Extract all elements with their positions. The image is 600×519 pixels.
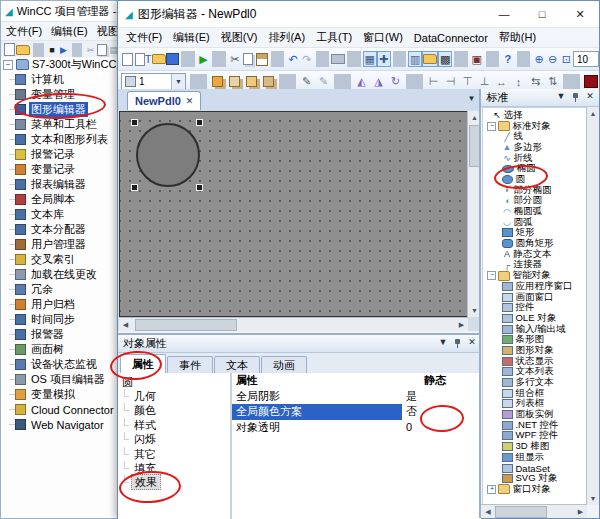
center-vertical-button[interactable]: ↕: [510, 74, 527, 90]
pm-tree-item[interactable]: 变量管理: [1, 87, 119, 102]
properties-tree-item[interactable]: 几何: [118, 389, 230, 403]
palette-item[interactable]: 椭圆: [483, 163, 586, 174]
pm-tree-item[interactable]: 菜单和工具栏: [1, 117, 119, 132]
pane-menu-icon[interactable]: ▼: [555, 91, 567, 103]
gfx-toolbar-button[interactable]: [316, 51, 330, 67]
pm-tree-item[interactable]: 文本分配器: [1, 222, 119, 237]
print-button[interactable]: [331, 51, 345, 67]
pm-tree-item[interactable]: 设备状态监视: [1, 357, 119, 372]
new-from-template-button[interactable]: T: [135, 51, 152, 67]
new-picture-button[interactable]: [121, 51, 135, 67]
to-front-button[interactable]: [209, 74, 226, 90]
activate-runtime-button[interactable]: ▶: [58, 43, 69, 57]
canvas-horizontal-scrollbar[interactable]: ◀ ▶: [119, 317, 468, 331]
selection-handle-bottom-right[interactable]: [196, 184, 203, 191]
gfx-toolbar-button[interactable]: [347, 51, 361, 67]
save-button[interactable]: [166, 51, 180, 67]
properties-tree-item[interactable]: 样式: [118, 418, 230, 432]
drawing-canvas[interactable]: [119, 111, 468, 317]
pm-tree-item[interactable]: 文本库: [1, 207, 119, 222]
properties-tree-item[interactable]: 其它: [118, 447, 230, 461]
property-row[interactable]: 全局颜色方案 否: [232, 404, 481, 420]
center-horizontal-button[interactable]: ↔: [493, 74, 510, 90]
pm-tree-item[interactable]: 文本和图形列表: [1, 132, 119, 147]
paste-button[interactable]: [255, 51, 269, 67]
gfx-menu-item[interactable]: 排列(A): [268, 30, 305, 45]
pm-tree-item[interactable]: 全局脚本: [1, 192, 119, 207]
gfx-toolbar-button[interactable]: [279, 74, 296, 90]
cut-button[interactable]: ✂: [228, 51, 242, 67]
zoom-in-button[interactable]: ⊕: [532, 51, 546, 67]
pm-tree-item[interactable]: 变量记录: [1, 162, 119, 177]
pin-icon[interactable]: [571, 92, 580, 103]
gfx-toolbar-button[interactable]: [517, 51, 531, 67]
palette-item[interactable]: ▲ 多边形: [483, 142, 586, 153]
gfx-toolbar-button[interactable]: [406, 74, 423, 90]
pm-toolbar-button[interactable]: [72, 43, 83, 57]
flip-horizontal-button[interactable]: ◭: [353, 74, 370, 90]
open-button[interactable]: [152, 51, 166, 67]
copy-button[interactable]: [242, 51, 256, 67]
pm-tree-item[interactable]: 图形编辑器: [1, 102, 119, 117]
property-value[interactable]: 是: [402, 389, 481, 405]
pm-tree-item[interactable]: 交叉索引: [1, 252, 119, 267]
properties-tree-root[interactable]: 圆: [118, 375, 230, 389]
fill-color-button[interactable]: [582, 74, 599, 90]
zoom-window-button[interactable]: ⊡: [559, 51, 573, 67]
palette-item[interactable]: 组显示: [483, 452, 586, 463]
bring-forward-button[interactable]: [243, 74, 260, 90]
scroll-right-icon[interactable]: ▶: [574, 505, 587, 518]
grid-toggle-button[interactable]: ▦: [363, 51, 377, 67]
pane-close-icon[interactable]: ✕: [466, 337, 478, 349]
property-value[interactable]: 0: [402, 420, 481, 436]
pane-close-icon[interactable]: ✕: [584, 91, 596, 103]
document-tab-newpdl0[interactable]: NewPdl0 ✕: [127, 91, 201, 110]
pm-tree-item[interactable]: 计算机: [1, 72, 119, 87]
pm-tree-item[interactable]: OS 项目编辑器: [1, 372, 119, 387]
palette-item[interactable]: 画面窗口: [483, 292, 586, 303]
scrollbar-thumb[interactable]: [495, 506, 547, 518]
property-row[interactable]: 对象透明 0: [232, 420, 481, 436]
to-back-button[interactable]: [226, 74, 243, 90]
gfx-menu-item[interactable]: 工具(T): [316, 30, 352, 45]
maximize-button[interactable]: □: [523, 1, 561, 27]
redo-button[interactable]: ↷: [300, 51, 314, 67]
selection-handle-bottom-left[interactable]: [131, 184, 138, 191]
align-bottom-button[interactable]: ⊥: [476, 74, 493, 90]
scroll-down-icon[interactable]: ▼: [587, 492, 599, 505]
snap-toggle-button[interactable]: ✚: [377, 51, 391, 67]
pin-icon[interactable]: [453, 338, 462, 349]
flip-vertical-button[interactable]: ◮: [370, 74, 387, 90]
runtime-button[interactable]: ▶: [197, 51, 211, 67]
pm-tree-item[interactable]: 用户管理器: [1, 237, 119, 252]
palette-vertical-scrollbar[interactable]: ▲ ▼: [586, 107, 599, 505]
gfx-toolbar-button[interactable]: [181, 51, 195, 67]
properties-tree-item[interactable]: 效果: [118, 475, 230, 489]
gfx-toolbar-button[interactable]: [454, 51, 468, 67]
pm-tree-item[interactable]: 报警记录: [1, 147, 119, 162]
close-button[interactable]: ✕: [561, 1, 599, 27]
palette-item[interactable]: − 标准对象: [483, 121, 586, 132]
properties-tab[interactable]: 属性: [120, 354, 166, 374]
palette-header[interactable]: 标准 ▼ ✕: [481, 89, 599, 107]
process-pictures-button[interactable]: ▣: [470, 51, 484, 67]
scroll-right-icon[interactable]: ▶: [455, 318, 468, 331]
open-button[interactable]: [16, 43, 30, 57]
gfx-toolbar-button[interactable]: [334, 74, 351, 90]
pm-tree-item[interactable]: Cloud Connector: [1, 402, 119, 417]
palette-item[interactable]: + 窗口对象: [483, 484, 586, 495]
send-backward-button[interactable]: [260, 74, 277, 90]
minimize-button[interactable]: —: [485, 1, 523, 27]
pm-toolbar-button[interactable]: [33, 43, 44, 57]
pm-tree-item[interactable]: Web Navigator: [1, 417, 119, 432]
scrollbar-thumb[interactable]: [135, 319, 237, 331]
palette-horizontal-scrollbar[interactable]: ◀ ▶: [481, 504, 587, 518]
gfx-toolbar-button[interactable]: [212, 51, 226, 67]
gfx-toolbar-button[interactable]: [271, 51, 285, 67]
gfx-menu-item[interactable]: 文件(F): [126, 30, 162, 45]
new-button[interactable]: [4, 43, 15, 57]
pane-menu-icon[interactable]: ▼: [437, 337, 449, 349]
tab-close-icon[interactable]: ✕: [186, 96, 194, 106]
selection-handle-top-left[interactable]: [131, 119, 138, 126]
pm-tree-item[interactable]: 用户归档: [1, 297, 119, 312]
